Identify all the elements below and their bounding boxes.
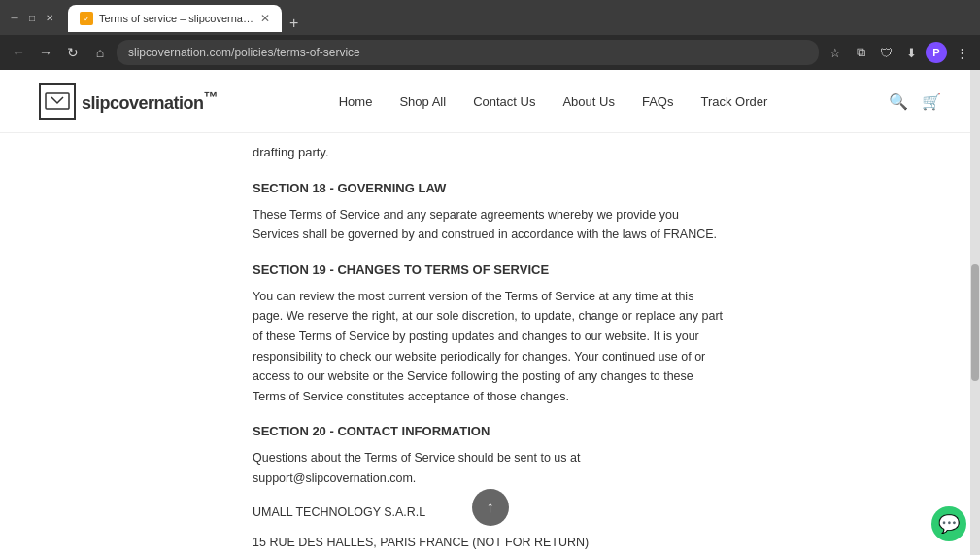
cart-icon[interactable]: 🛒 bbox=[922, 92, 941, 111]
profile-avatar[interactable]: P bbox=[926, 42, 947, 63]
new-tab-button[interactable]: + bbox=[282, 15, 306, 32]
top-clip-text: drafting party. bbox=[253, 133, 727, 163]
nav-about-us[interactable]: About Us bbox=[562, 94, 614, 109]
menu-button[interactable]: ⋮ bbox=[951, 42, 972, 63]
nav-icons: 🔍 🛒 bbox=[889, 92, 941, 111]
maximize-button[interactable]: □ bbox=[25, 11, 39, 24]
extension-button[interactable]: ⧉ bbox=[850, 42, 871, 63]
window-controls: ─ □ ✕ bbox=[8, 11, 56, 24]
nav-home[interactable]: Home bbox=[339, 94, 373, 109]
section-20-text: Questions about the Terms of Service sho… bbox=[253, 448, 727, 488]
section-20-heading: SECTION 20 - CONTACT INFORMATION bbox=[253, 422, 727, 442]
logo-text: slipcovernation™ bbox=[82, 88, 218, 114]
scrollbar[interactable] bbox=[970, 70, 980, 555]
navbar: slipcovernation™ Home Shop All Contact U… bbox=[0, 70, 980, 133]
browser-chrome: ─ □ ✕ ✓ Terms of service – slipcovernati… bbox=[0, 0, 980, 70]
section-19-heading: SECTION 19 - CHANGES TO TERMS OF SERVICE bbox=[253, 260, 727, 281]
nav-shop-all[interactable]: Shop All bbox=[399, 94, 446, 109]
download-button[interactable]: ⬇ bbox=[900, 42, 922, 63]
browser-titlebar: ─ □ ✕ ✓ Terms of service – slipcovernati… bbox=[0, 0, 980, 35]
home-button[interactable]: ⌂ bbox=[89, 42, 111, 63]
tab-title: Terms of service – slipcovernati... bbox=[99, 13, 254, 24]
section-18-text: These Terms of Service and any separate … bbox=[253, 205, 727, 245]
nav-faqs[interactable]: FAQs bbox=[642, 94, 674, 109]
tab-favicon: ✓ bbox=[80, 12, 93, 25]
address-line: 15 RUE DES HALLES, PARIS FRANCE (NOT FOR… bbox=[253, 532, 727, 554]
svg-rect-0 bbox=[46, 93, 69, 109]
reload-button[interactable]: ↻ bbox=[62, 42, 84, 63]
search-icon[interactable]: 🔍 bbox=[889, 92, 908, 111]
logo-trademark: ™ bbox=[204, 88, 219, 105]
minimize-button[interactable]: ─ bbox=[8, 11, 21, 24]
logo-icon bbox=[39, 83, 76, 120]
shield-icon[interactable]: 🛡 bbox=[875, 42, 896, 63]
active-tab[interactable]: ✓ Terms of service – slipcovernati... ✕ bbox=[68, 5, 282, 32]
bookmark-button[interactable]: ☆ bbox=[825, 42, 846, 63]
address-bar: ← → ↻ ⌂ ☆ ⧉ 🛡 ⬇ P ⋮ bbox=[0, 35, 980, 70]
forward-button[interactable]: → bbox=[35, 42, 56, 63]
url-input[interactable] bbox=[117, 40, 819, 65]
back-button[interactable]: ← bbox=[8, 42, 29, 63]
logo[interactable]: slipcovernation™ bbox=[39, 83, 218, 120]
nav-links: Home Shop All Contact Us About Us FAQs T… bbox=[339, 94, 768, 109]
page-content: slipcovernation™ Home Shop All Contact U… bbox=[0, 70, 980, 555]
section-19-text: You can review the most current version … bbox=[253, 287, 727, 407]
section-18-heading: SECTION 18 - GOVERNING LAW bbox=[253, 179, 727, 199]
tab-close-icon[interactable]: ✕ bbox=[260, 12, 270, 25]
tab-bar: ✓ Terms of service – slipcovernati... ✕ … bbox=[60, 3, 972, 32]
scroll-thumb[interactable] bbox=[971, 264, 979, 381]
browser-actions: ☆ ⧉ 🛡 ⬇ P ⋮ bbox=[825, 42, 972, 63]
nav-contact-us[interactable]: Contact Us bbox=[473, 94, 535, 109]
nav-track-order[interactable]: Track Order bbox=[700, 94, 767, 109]
close-button[interactable]: ✕ bbox=[43, 11, 56, 24]
chat-button[interactable]: 💬 bbox=[931, 506, 966, 541]
back-to-top-button[interactable]: ↑ bbox=[472, 489, 509, 526]
